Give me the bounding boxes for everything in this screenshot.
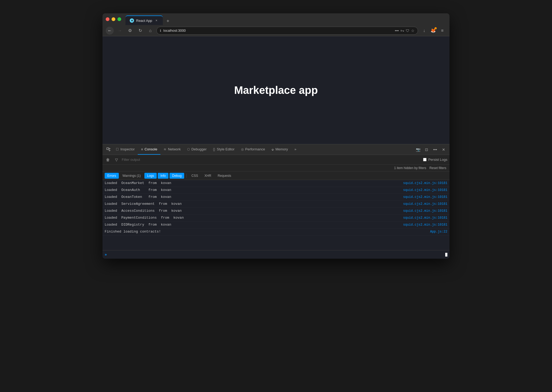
log-text: Finished loading contracts! xyxy=(105,230,430,234)
address-dots-button[interactable]: ••• xyxy=(395,29,399,33)
tools-button[interactable]: ⚙ xyxy=(126,27,134,35)
log-line: Loaded OceanAuth from kovansquid.cjs2.mi… xyxy=(102,187,450,194)
performance-icon: ◎ xyxy=(241,147,244,151)
tab-debugger[interactable]: ⬡ Debugger xyxy=(184,144,210,155)
log-filter-warnings[interactable]: Warnings (1) xyxy=(120,173,143,179)
log-filter-css[interactable]: CSS xyxy=(189,173,201,179)
tab-network[interactable]: ≋ Network xyxy=(160,144,184,155)
home-button[interactable]: ⌂ xyxy=(146,27,154,35)
tab-close-button[interactable]: × xyxy=(154,18,159,23)
address-star-button[interactable]: ☆ xyxy=(411,29,415,33)
log-filter-errors[interactable]: Errors xyxy=(105,173,119,179)
log-source[interactable]: App.js:22 xyxy=(430,230,447,234)
hidden-items-text: 1 item hidden by filters xyxy=(394,166,426,170)
style-editor-icon: {} xyxy=(213,147,215,151)
devtools-actions: 📷 ⊡ ••• ✕ xyxy=(414,146,447,153)
log-line: Loaded AccessConditions from kovansquid.… xyxy=(102,208,450,215)
page-content: Marketplace app xyxy=(102,36,450,144)
log-filter-tabs: Errors Warnings (1) Logs Info Debug CSS … xyxy=(102,171,450,180)
log-source[interactable]: squid.cjs2.min.js:10181 xyxy=(403,209,447,213)
log-text: Loaded OceanToken from kovan xyxy=(105,195,403,199)
address-text: localhost:3000 xyxy=(163,29,393,33)
log-filter-requests[interactable]: Requests xyxy=(215,173,234,179)
tab-performance[interactable]: ◎ Performance xyxy=(238,144,268,155)
menu-button[interactable]: ≡ xyxy=(438,27,446,35)
log-source[interactable]: squid.cjs2.min.js:10181 xyxy=(403,223,447,227)
devtools-toolbar: ☐ Inspector ≡ Console ≋ Network ⬡ Debugg… xyxy=(102,144,450,155)
split-view-button[interactable]: ⊡ xyxy=(423,146,430,153)
tab-memory[interactable]: ⬙ Memory xyxy=(268,144,291,155)
clear-console-button[interactable]: 🗑 xyxy=(105,157,111,163)
svg-rect-0 xyxy=(107,148,109,150)
traffic-lights xyxy=(106,17,121,21)
devtools-more-button[interactable]: ••• xyxy=(431,146,439,153)
fox-icon[interactable]: 🦊 xyxy=(429,27,437,35)
debugger-icon: ⬡ xyxy=(187,147,190,151)
download-button[interactable]: ↓ xyxy=(420,27,428,35)
tab-favicon: ⚛ xyxy=(130,18,134,23)
log-filter-info[interactable]: Info xyxy=(158,173,168,179)
memory-icon: ⬙ xyxy=(271,147,274,151)
log-line: Loaded ServiceAgreement from kovansquid.… xyxy=(102,201,450,208)
log-source[interactable]: squid.cjs2.min.js:10181 xyxy=(403,216,447,220)
nav-right-actions: ↓ 🦊 ≡ xyxy=(420,27,446,35)
element-picker-button[interactable] xyxy=(105,146,113,154)
forward-button[interactable]: → xyxy=(116,27,124,35)
filter-input[interactable] xyxy=(122,158,421,162)
minimize-button[interactable] xyxy=(112,17,115,21)
log-source[interactable]: squid.cjs2.min.js:10181 xyxy=(403,202,447,206)
log-text: Loaded ServiceAgreement from kovan xyxy=(105,202,403,206)
screenshot-button[interactable]: 📷 xyxy=(414,146,422,153)
filter-bar: 🗑 ▽ Persist Logs xyxy=(102,155,450,165)
log-line: Loaded DIDRegistry from kovansquid.cjs2.… xyxy=(102,222,450,229)
close-button[interactable] xyxy=(106,17,109,21)
back-button[interactable]: ← xyxy=(106,27,114,35)
cursor xyxy=(445,253,447,257)
title-bar: ⚛ React App × + xyxy=(102,13,450,25)
log-source[interactable]: squid.cjs2.min.js:10181 xyxy=(403,188,447,192)
log-filter-debug[interactable]: Debug xyxy=(169,173,184,179)
log-text: Loaded OceanAuth from kovan xyxy=(105,188,403,192)
log-filter-xhr[interactable]: XHR xyxy=(202,173,214,179)
tab-inspector[interactable]: ☐ Inspector xyxy=(113,144,138,155)
new-tab-button[interactable]: + xyxy=(164,17,172,25)
console-icon: ≡ xyxy=(141,147,143,151)
maximize-button[interactable] xyxy=(117,17,121,21)
nav-bar: ← → ⚙ ↻ ⌂ ℹ localhost:3000 ••• 🗝 🛡 ☆ ↓ 🦊… xyxy=(102,25,450,36)
address-bar[interactable]: ℹ localhost:3000 ••• 🗝 🛡 ☆ xyxy=(156,27,418,35)
active-tab[interactable]: ⚛ React App × xyxy=(125,15,163,25)
notification-dot xyxy=(435,27,437,29)
tab-title: React App xyxy=(136,19,152,23)
tab-more[interactable]: » xyxy=(291,144,299,155)
address-shield-icon: 🛡 xyxy=(406,29,409,33)
browser-window: ⚛ React App × + ← → ⚙ ↻ ⌂ ℹ localhost:30… xyxy=(102,13,450,259)
devtools-close-button[interactable]: ✕ xyxy=(440,146,447,153)
persist-logs: Persist Logs xyxy=(423,158,447,162)
console-input[interactable] xyxy=(109,253,443,257)
inspector-icon: ☐ xyxy=(116,147,119,151)
console-input-bar: » xyxy=(102,250,450,259)
log-text: Loaded OceanMarket from kovan xyxy=(105,181,403,185)
refresh-button[interactable]: ↻ xyxy=(136,27,144,35)
log-text: Loaded DIDRegistry from kovan xyxy=(105,223,403,227)
address-info-icon: ℹ xyxy=(160,29,161,33)
address-actions: ••• 🗝 🛡 ☆ xyxy=(395,29,415,33)
log-source[interactable]: squid.cjs2.min.js:10181 xyxy=(403,181,447,185)
devtools-panel: ☐ Inspector ≡ Console ≋ Network ⬡ Debugg… xyxy=(102,144,450,259)
log-source[interactable]: squid.cjs2.min.js:10181 xyxy=(403,195,447,199)
network-icon: ≋ xyxy=(164,147,166,151)
tab-bar: ⚛ React App × + xyxy=(125,13,172,25)
persist-logs-checkbox[interactable] xyxy=(423,158,427,161)
page-title: Marketplace app xyxy=(234,84,318,96)
address-key-icon: 🗝 xyxy=(400,29,404,33)
log-text: Loaded PaymentConditions from kovan xyxy=(105,216,403,220)
reset-filters-button[interactable]: Reset filters xyxy=(429,166,446,170)
log-filter-logs[interactable]: Logs xyxy=(144,173,157,179)
devtools-tabs: ☐ Inspector ≡ Console ≋ Network ⬡ Debugg… xyxy=(113,144,414,155)
tab-style-editor[interactable]: {} Style Editor xyxy=(210,144,238,155)
log-text: Loaded AccessConditions from kovan xyxy=(105,209,403,213)
filter-toggle-button[interactable]: ▽ xyxy=(113,157,120,163)
tab-console[interactable]: ≡ Console xyxy=(138,144,160,155)
log-line: Finished loading contracts!App.js:22 xyxy=(102,229,450,235)
console-output: Loaded OceanMarket from kovansquid.cjs2.… xyxy=(102,180,450,250)
